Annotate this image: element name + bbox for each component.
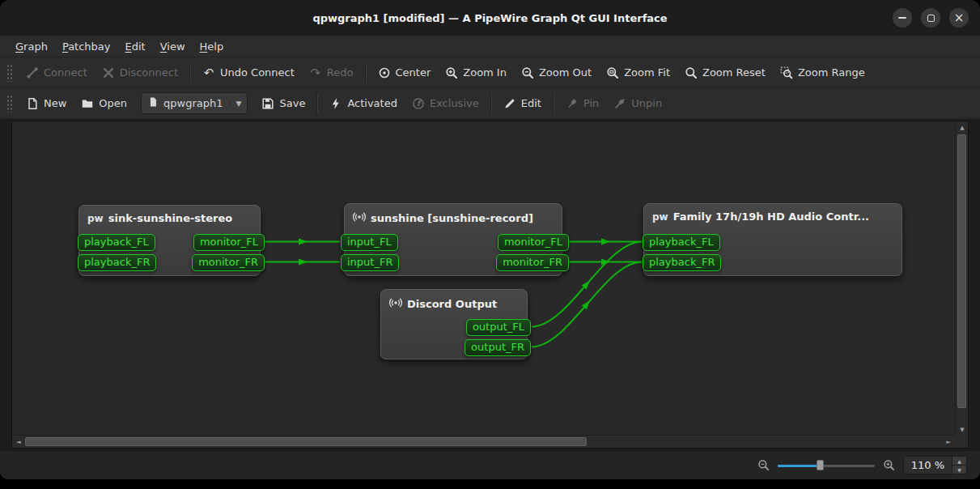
scroll-right-arrow[interactable]: ► xyxy=(942,436,955,449)
zoom-spinbox[interactable]: 110 % ▲ ▼ xyxy=(903,456,967,474)
unpin-button[interactable]: Unpin xyxy=(606,93,669,114)
unpin-label: Unpin xyxy=(631,97,662,109)
unpin-icon xyxy=(613,97,626,110)
activated-bolt-icon xyxy=(329,97,342,110)
port-monitor-fl[interactable]: monitor_FL xyxy=(498,234,569,251)
open-button[interactable]: Open xyxy=(74,93,134,114)
zoom-value[interactable]: 110 % xyxy=(904,457,952,474)
open-folder-icon xyxy=(81,97,94,110)
port-monitor-fl[interactable]: monitor_FL xyxy=(193,234,265,251)
maximize-button[interactable] xyxy=(921,8,940,28)
zoom-out-icon xyxy=(521,66,534,79)
edit-label: Edit xyxy=(521,97,541,109)
zoom-slider-handle[interactable] xyxy=(817,460,824,470)
menu-edit[interactable]: Edit xyxy=(118,36,153,57)
zoom-slider[interactable] xyxy=(778,459,875,472)
menu-view[interactable]: View xyxy=(153,36,193,57)
toolbar-separator xyxy=(189,63,191,83)
zoom-fit-label: Zoom Fit xyxy=(624,66,670,79)
vertical-scrollbar[interactable]: ▲ ▼ xyxy=(955,121,968,436)
port-playback-fl[interactable]: playback_FL xyxy=(78,234,155,251)
maximize-icon xyxy=(927,15,935,22)
exclusive-button[interactable]: f Exclusive xyxy=(405,93,486,114)
toolbar-separator xyxy=(365,63,367,83)
activated-button[interactable]: Activated xyxy=(322,93,405,114)
menu-patchbay[interactable]: Patchbay xyxy=(55,36,118,57)
horizontal-scrollbar-thumb[interactable] xyxy=(25,437,587,446)
zoom-out-button[interactable]: Zoom Out xyxy=(514,62,599,83)
disconnect-button[interactable]: Disconnect xyxy=(95,62,185,83)
new-button[interactable]: New xyxy=(19,93,74,114)
titlebar[interactable]: qpwgraph1 [modified] — A PipeWire Graph … xyxy=(0,0,980,36)
edit-pencil-icon xyxy=(503,97,516,110)
pin-button[interactable]: Pin xyxy=(558,93,606,114)
port-output-fr[interactable]: output_FR xyxy=(465,339,531,356)
toolbar-drag-handle[interactable] xyxy=(6,64,13,82)
graph-view-frame: pw sink-sunshine-stereo playback_FL play… xyxy=(11,121,969,449)
graph-canvas[interactable]: pw sink-sunshine-stereo playback_FL play… xyxy=(12,121,955,436)
menubar: Graph Patchbay Edit View Help xyxy=(0,36,980,57)
redo-button[interactable]: ↷ Redo xyxy=(302,62,361,83)
undo-connect-button[interactable]: ↶ Undo Connect xyxy=(195,62,302,83)
connect-label: Connect xyxy=(44,66,87,79)
zoom-spin-arrows: ▲ ▼ xyxy=(952,457,966,474)
zoom-range-button[interactable]: Zoom Range xyxy=(773,62,872,83)
port-output-fl[interactable]: output_FL xyxy=(466,319,531,336)
toolbar-separator xyxy=(490,94,492,113)
redo-icon: ↷ xyxy=(309,66,322,79)
connections-layer xyxy=(12,121,955,436)
save-button[interactable]: Save xyxy=(254,93,312,114)
connect-button[interactable]: Connect xyxy=(19,62,95,83)
port-monitor-fr[interactable]: monitor_FR xyxy=(496,254,569,271)
zoom-fit-button[interactable]: Zoom Fit xyxy=(599,62,677,83)
open-label: Open xyxy=(99,97,127,109)
zoom-in-icon[interactable] xyxy=(883,459,895,471)
spin-up-icon[interactable]: ▲ xyxy=(952,457,966,466)
activated-label: Activated xyxy=(347,97,397,109)
node-header: Discord Output xyxy=(381,290,527,312)
toolbar-separator xyxy=(553,94,554,113)
zoom-in-button[interactable]: Zoom In xyxy=(438,62,514,83)
vertical-scrollbar-thumb[interactable] xyxy=(957,134,966,408)
port-input-fl[interactable]: input_FL xyxy=(341,234,398,251)
port-monitor-fr[interactable]: monitor_FR xyxy=(192,254,265,271)
port-playback-fl[interactable]: playback_FL xyxy=(643,234,720,251)
minimize-button[interactable] xyxy=(893,8,912,28)
node-discord-output[interactable]: Discord Output output_FL output_FR xyxy=(380,289,528,359)
minimize-icon xyxy=(898,17,906,19)
node-header: sunshine [sunshine-record] xyxy=(345,204,562,226)
close-button[interactable]: × xyxy=(949,8,969,28)
zoom-out-label: Zoom Out xyxy=(539,66,592,79)
content-area: pw sink-sunshine-stereo playback_FL play… xyxy=(0,119,980,450)
horizontal-scrollbar[interactable]: ◄ ► xyxy=(12,435,955,448)
node-sunshine-record[interactable]: sunshine [sunshine-record] input_FL inpu… xyxy=(344,203,562,276)
node-family-hd-audio[interactable]: pw Family 17h/19h HD Audio Contr... play… xyxy=(643,203,902,276)
undo-connect-label: Undo Connect xyxy=(220,66,295,79)
disconnect-label: Disconnect xyxy=(120,66,178,79)
port-playback-fr[interactable]: playback_FR xyxy=(643,254,721,271)
exclusive-label: Exclusive xyxy=(430,97,479,109)
audio-node-icon xyxy=(389,296,402,312)
redo-label: Redo xyxy=(327,66,354,79)
spin-down-icon[interactable]: ▼ xyxy=(952,466,966,474)
zoom-reset-label: Zoom Reset xyxy=(702,66,766,79)
toolbar-drag-handle[interactable] xyxy=(6,95,13,113)
node-sink-sunshine-stereo[interactable]: pw sink-sunshine-stereo playback_FL play… xyxy=(78,205,261,276)
scroll-up-arrow[interactable]: ▲ xyxy=(956,121,969,134)
port-playback-fr[interactable]: playback_FR xyxy=(78,254,156,271)
scroll-left-arrow[interactable]: ◄ xyxy=(12,436,25,449)
menu-help[interactable]: Help xyxy=(193,36,231,57)
statusbar: 110 % ▲ ▼ xyxy=(0,450,980,479)
node-header: pw Family 17h/19h HD Audio Contr... xyxy=(644,204,902,223)
center-label: Center xyxy=(396,66,431,79)
center-button[interactable]: Center xyxy=(371,62,439,83)
zoom-reset-button[interactable]: Zoom Reset xyxy=(677,62,773,83)
pipewire-icon: pw xyxy=(87,213,104,224)
edit-button[interactable]: Edit xyxy=(496,93,549,114)
zoom-out-icon[interactable] xyxy=(757,459,770,471)
toolbar-main: Connect Disconnect ↶ Undo Connect ↷ Redo… xyxy=(0,57,980,88)
scrollbar-corner xyxy=(955,435,968,448)
patchbay-profile-combobox[interactable]: qpwgraph1 ▼ xyxy=(141,92,248,114)
menu-graph[interactable]: Graph xyxy=(8,36,55,57)
port-input-fr[interactable]: input_FR xyxy=(341,254,399,271)
